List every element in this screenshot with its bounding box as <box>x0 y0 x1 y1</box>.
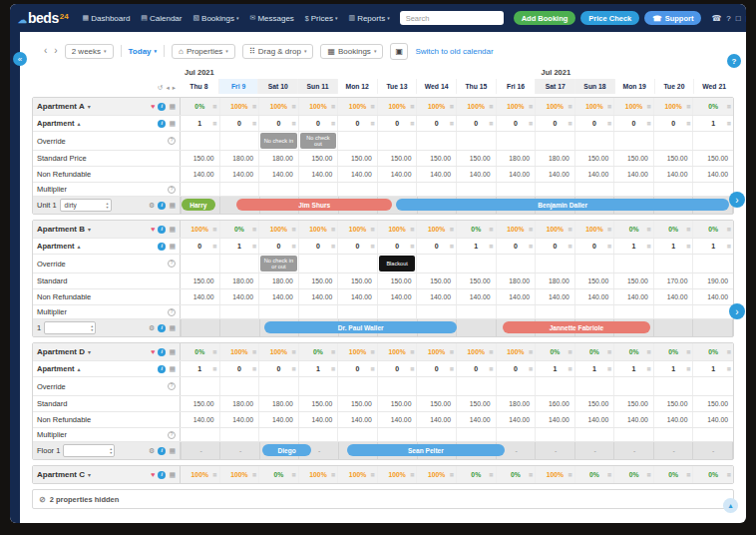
availability-cell[interactable]: 0▦ <box>457 361 497 376</box>
price-check-button[interactable]: Price Check <box>580 11 639 25</box>
calendar-icon[interactable]: ▦ <box>169 202 176 209</box>
day-header-cell[interactable]: Tue 20 <box>655 79 695 94</box>
price-cell[interactable]: 150.00 <box>575 396 615 411</box>
multiplier-cell[interactable] <box>338 183 378 196</box>
occupancy-cell[interactable]: 100%▦ <box>417 221 457 238</box>
occupancy-cell[interactable]: 100%▦ <box>614 98 654 115</box>
occupancy-cell[interactable]: 0%▦ <box>259 466 299 483</box>
occupancy-cell[interactable]: 100%▦ <box>417 466 457 483</box>
beds24-logo[interactable]: ☁ beds 24 <box>18 10 69 26</box>
multiplier-cell[interactable] <box>338 305 378 318</box>
multiplier-cell[interactable] <box>693 428 733 441</box>
price-cell[interactable]: 140.00 <box>220 289 260 304</box>
day-header-cell[interactable]: Sat 17 <box>536 79 575 94</box>
price-cell[interactable]: 140.00 <box>654 289 694 304</box>
scroll-right-button[interactable]: › <box>729 192 745 208</box>
availability-cell[interactable]: 0▦ <box>575 116 615 131</box>
blocked-cell[interactable]: - <box>575 442 615 459</box>
occupancy-cell[interactable]: 100%▦ <box>457 98 497 115</box>
availability-cell[interactable]: 0▦ <box>259 361 299 376</box>
desktop-icon[interactable]: □ <box>736 14 741 23</box>
search-input[interactable] <box>400 11 504 25</box>
availability-cell[interactable]: 0▦ <box>417 239 457 254</box>
override-chip[interactable]: Blackout <box>379 256 416 271</box>
price-cell[interactable]: 140.00 <box>614 289 654 304</box>
occupancy-cell[interactable]: 0%▦ <box>457 466 497 483</box>
price-cell[interactable]: 140.00 <box>259 412 299 427</box>
price-cell[interactable]: 140.00 <box>497 167 537 182</box>
override-chip[interactable]: No check out <box>300 133 337 149</box>
multiplier-cell[interactable] <box>338 428 378 441</box>
gear-icon[interactable]: ⚙ <box>149 324 155 331</box>
multiplier-cell[interactable] <box>536 305 575 318</box>
price-cell[interactable]: 150.00 <box>181 151 220 166</box>
occupancy-cell[interactable]: 100%▦ <box>338 466 378 483</box>
override-cell[interactable] <box>654 377 694 395</box>
multiplier-cell[interactable] <box>654 305 694 318</box>
price-cell[interactable]: 180.00 <box>497 273 537 288</box>
occupancy-cell[interactable]: 100%▦ <box>259 221 299 238</box>
occupancy-cell[interactable]: 100%▦ <box>536 466 575 483</box>
scroll-right-button[interactable]: › <box>729 303 745 319</box>
occupancy-cell[interactable]: 100%▦ <box>220 466 260 483</box>
price-cell[interactable]: 140.00 <box>497 289 537 304</box>
properties-select[interactable]: ⌂ Properties ▾ <box>172 44 235 59</box>
occupancy-cell[interactable]: 100%▦ <box>457 343 497 360</box>
dragdrop-select[interactable]: ⠿ Drag & drop ▾ <box>242 44 314 59</box>
multiplier-cell[interactable] <box>693 183 733 196</box>
override-cell[interactable] <box>181 132 220 150</box>
override-cell[interactable] <box>536 132 575 150</box>
override-cell[interactable] <box>417 255 457 272</box>
unit-status-select[interactable]: ▴▾ <box>44 321 96 334</box>
property-name[interactable]: Apartment B <box>37 225 85 234</box>
occupancy-cell[interactable]: 0%▦ <box>181 98 220 115</box>
occupancy-cell[interactable]: 100%▦ <box>181 221 220 238</box>
info-icon[interactable]: i <box>158 202 166 210</box>
info-icon[interactable]: i <box>158 120 166 128</box>
help-icon[interactable]: ? <box>168 137 176 145</box>
calendar-icon[interactable]: ▦ <box>169 324 176 331</box>
multiplier-cell[interactable] <box>614 428 654 441</box>
price-cell[interactable]: 150.00 <box>417 273 457 288</box>
blocked-cell[interactable]: - <box>221 442 261 459</box>
override-cell[interactable] <box>693 255 733 272</box>
occupancy-cell[interactable]: 0%▦ <box>497 466 537 483</box>
menu-item-reports[interactable]: ▥Reports▾ <box>349 14 390 23</box>
help-icon[interactable]: ? <box>168 260 176 268</box>
price-cell[interactable]: 140.00 <box>259 167 299 182</box>
next-period-button[interactable]: › <box>54 46 57 56</box>
help-icon[interactable]: ? <box>168 431 176 439</box>
availability-cell[interactable]: 1▦ <box>693 361 733 376</box>
price-cell[interactable]: 150.00 <box>457 273 497 288</box>
unit-timeline[interactable]: Dr. Paul WallerJannette Fabriole <box>181 319 733 336</box>
menu-item-messages[interactable]: ✉Messages <box>250 14 294 23</box>
menu-item-calendar[interactable]: ▤Calendar <box>141 14 182 23</box>
override-cell[interactable] <box>181 377 220 395</box>
help-icon[interactable]: ? <box>168 186 176 194</box>
override-cell[interactable] <box>338 132 378 150</box>
price-cell[interactable]: 140.00 <box>575 167 615 182</box>
multiplier-cell[interactable] <box>654 428 694 441</box>
availability-cell[interactable]: 1▦ <box>693 116 733 131</box>
availability-cell[interactable]: 1▦ <box>181 116 220 131</box>
price-cell[interactable]: 140.00 <box>181 289 220 304</box>
availability-cell[interactable]: 1▦ <box>614 361 654 376</box>
override-cell[interactable] <box>654 255 694 272</box>
help-icon[interactable]: ? <box>168 308 176 316</box>
multiplier-cell[interactable] <box>378 183 418 196</box>
price-cell[interactable]: 180.00 <box>497 396 537 411</box>
price-cell[interactable]: 140.00 <box>497 412 537 427</box>
support-button[interactable]: ☎Support <box>644 11 701 25</box>
availability-cell[interactable]: 1▦ <box>614 239 654 254</box>
price-cell[interactable]: 140.00 <box>220 167 260 182</box>
booking-bar[interactable]: Diego <box>262 444 311 456</box>
occupancy-cell[interactable]: 100%▦ <box>536 98 575 115</box>
override-cell[interactable] <box>378 377 418 395</box>
override-chip[interactable]: No check in <box>260 133 297 149</box>
bookings-select[interactable]: ▦ Bookings ▾ <box>320 44 383 59</box>
occupancy-cell[interactable]: 100%▦ <box>220 343 260 360</box>
override-cell[interactable] <box>378 132 418 150</box>
override-cell[interactable] <box>614 132 654 150</box>
override-cell[interactable] <box>338 377 378 395</box>
price-cell[interactable]: 150.00 <box>575 273 615 288</box>
